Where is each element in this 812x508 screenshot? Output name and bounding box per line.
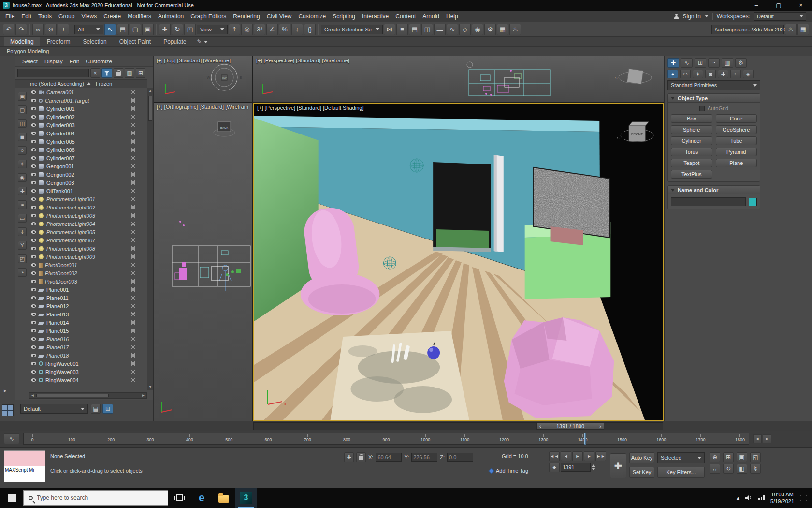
frozen-icon[interactable]	[131, 345, 135, 349]
explorer-horizontal-scrollbar[interactable]: ◄ ►	[29, 392, 147, 399]
viewcube[interactable]: S	[615, 69, 652, 84]
visibility-eye-icon[interactable]	[31, 140, 36, 143]
current-frame-field[interactable]	[561, 463, 591, 472]
primitive-button[interactable]: Cone	[716, 114, 757, 123]
scene-object-row[interactable]: PhotometricLight004	[29, 220, 147, 228]
previous-frame-button[interactable]: ◄	[561, 451, 571, 461]
object-name-field[interactable]	[671, 197, 746, 206]
scene-object-row[interactable]: Cylinder005	[29, 137, 147, 146]
taskbar-clock[interactable]: 10:03 AM 5/19/2021	[770, 491, 794, 505]
next-frame-button[interactable]: ►	[584, 451, 594, 461]
scene-object-row[interactable]: PhotometricLight009	[29, 253, 147, 261]
display-materials-icon[interactable]: ◔	[18, 268, 27, 277]
sign-in-button[interactable]: Sign In	[683, 13, 701, 20]
clear-search-icon[interactable]: ×	[90, 68, 100, 78]
mini-curve-editor-icon[interactable]: ∿	[4, 433, 19, 444]
scene-object-row[interactable]: Cylinder007	[29, 154, 147, 162]
name-color-header[interactable]: Name and Color	[668, 186, 760, 194]
viewport-label[interactable]: [+] [Perspective] [Standard] [Wireframe]	[256, 58, 349, 63]
menu-item[interactable]: Civil View	[263, 11, 295, 22]
scene-object-row[interactable]: Plane015	[29, 327, 147, 335]
display-xrefs-icon[interactable]: ↧	[18, 227, 27, 236]
primitive-button[interactable]: Torus	[671, 148, 712, 156]
time-slider-handle[interactable]: ‹ 1391 / 1800 ›	[536, 423, 604, 430]
explorer-menu-item[interactable]: Edit	[67, 59, 82, 64]
ribbon-tab[interactable]: Selection	[77, 37, 112, 46]
frozen-icon[interactable]	[131, 230, 135, 234]
mirror-icon[interactable]: ⋈	[384, 24, 395, 35]
table[interactable]	[331, 331, 469, 420]
go-to-end-button[interactable]: ►►	[595, 451, 606, 461]
zoom-all-icon[interactable]: ⊞	[723, 452, 734, 462]
rendered-frame-window-icon[interactable]: ▦	[497, 24, 508, 35]
frozen-icon[interactable]	[131, 115, 135, 119]
scene-object-row[interactable]: Plane001	[29, 285, 147, 294]
visibility-eye-icon[interactable]	[31, 378, 36, 382]
layer-dropdown[interactable]: Default	[20, 404, 88, 414]
scene-object-row[interactable]: PhotometricLight007	[29, 236, 147, 244]
timeline-track[interactable]: 0 100 200 300 40	[23, 433, 749, 445]
visibility-eye-icon[interactable]	[31, 206, 36, 209]
viewport-orthographic[interactable]: [+] [Orthographic] [Standard] [Wirefram …	[154, 103, 252, 421]
key-filters-button[interactable]: Key Filters...	[657, 467, 705, 478]
frozen-icon[interactable]	[131, 197, 135, 201]
redo-icon[interactable]: ↷	[15, 24, 27, 35]
hierarchy-mode-icon[interactable]: ⊞	[102, 404, 113, 414]
select-object-icon[interactable]: ↖	[104, 24, 116, 35]
create-tab-icon[interactable]: ✚	[667, 58, 679, 68]
menu-item[interactable]: Arnold	[419, 11, 443, 22]
visibility-eye-icon[interactable]	[31, 90, 36, 94]
taskbar-search[interactable]	[23, 490, 168, 506]
helpers-category-icon[interactable]: ✚	[718, 70, 728, 78]
menu-item[interactable]: Modifiers	[124, 11, 155, 22]
visibility-eye-icon[interactable]	[31, 189, 36, 193]
menu-item[interactable]: Customize	[295, 11, 330, 22]
frozen-icon[interactable]	[131, 312, 135, 316]
timeline-scroll-right-icon[interactable]: ►	[763, 434, 771, 443]
visibility-eye-icon[interactable]	[31, 123, 36, 127]
curve-editor-icon[interactable]: ∿	[447, 24, 458, 35]
app-icon[interactable]: 3	[3, 2, 10, 9]
frozen-icon[interactable]	[131, 287, 135, 292]
frozen-icon[interactable]	[131, 164, 135, 168]
ribbon-tab[interactable]: Populate	[158, 37, 192, 46]
viewport-perspective-wireframe[interactable]: [+] [Perspective] [Standard] [Wireframe]	[253, 56, 664, 102]
visibility-eye-icon[interactable]	[31, 329, 36, 332]
frozen-icon[interactable]	[131, 254, 135, 259]
visibility-eye-icon[interactable]	[31, 164, 36, 168]
visibility-eye-icon[interactable]	[31, 132, 36, 135]
frozen-icon[interactable]	[131, 353, 135, 358]
primitive-button[interactable]: Plane	[716, 159, 757, 167]
start-button[interactable]	[0, 488, 23, 508]
render-flyout-icon[interactable]: ♨	[785, 24, 797, 35]
scene-object-row[interactable]: Gengon002	[29, 170, 147, 179]
visibility-eye-icon[interactable]	[31, 197, 36, 201]
display-lights-icon[interactable]: ☀	[18, 160, 27, 168]
zoom-region-icon[interactable]: ◱	[750, 452, 761, 462]
maxscript-mini-listener[interactable]: MAXScript Mi	[4, 450, 45, 482]
primitive-button[interactable]: Cylinder	[671, 136, 712, 145]
select-and-move-icon[interactable]: ✚	[159, 24, 171, 35]
object-color-swatch[interactable]	[749, 198, 757, 206]
scene-object-row[interactable]: PivotDoor002	[29, 269, 147, 277]
visibility-eye-icon[interactable]	[31, 321, 36, 324]
pan-icon[interactable]: ↔	[710, 464, 720, 474]
tv-screen[interactable]	[534, 167, 610, 238]
scene-object-row[interactable]: PivotDoor001	[29, 261, 147, 269]
action-center-icon[interactable]	[800, 495, 807, 501]
scene-object-row[interactable]: Plane011	[29, 294, 147, 302]
frozen-icon[interactable]	[131, 189, 135, 193]
scene-object-row[interactable]: Cylinder003	[29, 121, 147, 129]
scene-object-row[interactable]: Gengon001	[29, 162, 147, 170]
ribbon-tab[interactable]: Object Paint	[114, 37, 157, 46]
visibility-eye-icon[interactable]	[31, 181, 36, 184]
frozen-icon[interactable]	[131, 263, 135, 267]
frozen-icon[interactable]	[131, 329, 135, 333]
visibility-eye-icon[interactable]	[31, 288, 36, 291]
render-production-icon[interactable]: ♨	[509, 24, 521, 35]
layer-manager-icon[interactable]: ▤	[409, 24, 420, 35]
visibility-eye-icon[interactable]	[31, 255, 36, 258]
geometry-category-icon[interactable]: ●	[667, 70, 678, 78]
visibility-eye-icon[interactable]	[31, 370, 36, 374]
use-center-icon[interactable]: ◎	[241, 24, 253, 35]
